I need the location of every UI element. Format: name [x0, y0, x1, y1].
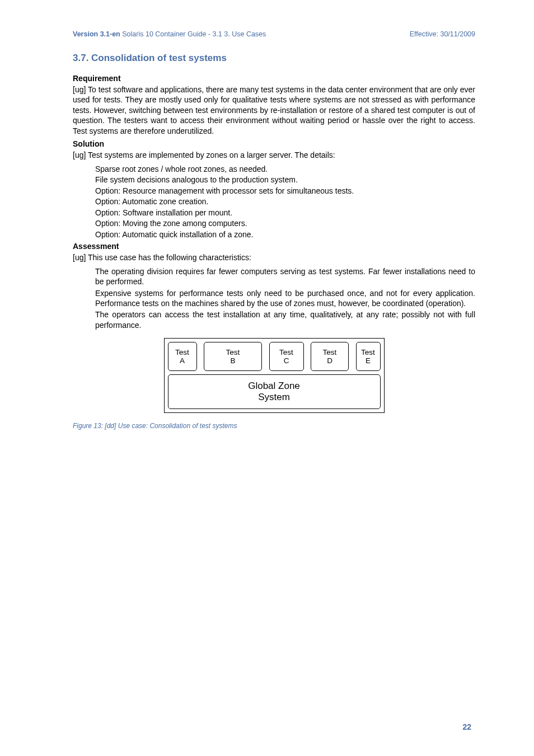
solution-list: Sparse root zones / whole root zones, as…: [73, 164, 475, 240]
list-item: The operators can access the test instal…: [95, 309, 475, 330]
list-item: Option: Automatic quick installation of …: [95, 229, 475, 240]
section-title: 3.7. Consolidation of test systems: [73, 53, 475, 64]
figure-caption: Figure 13: [dd] Use case: Consolidation …: [73, 422, 475, 430]
zone-box-e: TestE: [356, 342, 381, 371]
assessment-intro: [ug] This use case has the following cha…: [73, 252, 475, 262]
solution-intro: [ug] Test systems are implemented by zon…: [73, 150, 475, 160]
assessment-heading: Assessment: [73, 242, 475, 251]
diagram: TestA TestB TestC TestD TestE Global Zon…: [73, 338, 475, 413]
list-item: Option: Software installation per mount.: [95, 208, 475, 218]
solution-heading: Solution: [73, 139, 475, 148]
list-item: Option: Moving the zone among computers.: [95, 218, 475, 228]
zone-row: TestA TestB TestC TestD TestE: [168, 342, 381, 371]
list-item: Option: Resource management with process…: [95, 186, 475, 196]
list-item: Expensive systems for performance tests …: [95, 288, 475, 309]
requirement-heading: Requirement: [73, 74, 475, 83]
diagram-outer: TestA TestB TestC TestD TestE Global Zon…: [164, 338, 385, 413]
requirement-text: [ug] To test software and applications, …: [73, 84, 475, 136]
assessment-list: The operating division requires far fewe…: [73, 266, 475, 331]
version-label: Version 3.1-en: [73, 30, 120, 38]
header-effective: Effective: 30/11/2009: [410, 30, 475, 38]
zone-box-d: TestD: [311, 342, 349, 371]
list-item: File system decisions analogous to the p…: [95, 175, 475, 185]
list-item: Sparse root zones / whole root zones, as…: [95, 164, 475, 174]
header-trail: Solaris 10 Container Guide - 3.1 3. Use …: [122, 30, 266, 38]
list-item: The operating division requires far fewe…: [95, 266, 475, 287]
global-zone-box: Global ZoneSystem: [168, 374, 381, 409]
zone-box-c: TestC: [269, 342, 304, 371]
zone-box-b: TestB: [204, 342, 262, 371]
zone-box-a: TestA: [168, 342, 197, 371]
page-number: 22: [462, 722, 471, 731]
page-header: Version 3.1-en Solaris 10 Container Guid…: [73, 30, 475, 38]
list-item: Option: Automatic zone creation.: [95, 196, 475, 206]
header-left: Version 3.1-en Solaris 10 Container Guid…: [73, 30, 266, 38]
